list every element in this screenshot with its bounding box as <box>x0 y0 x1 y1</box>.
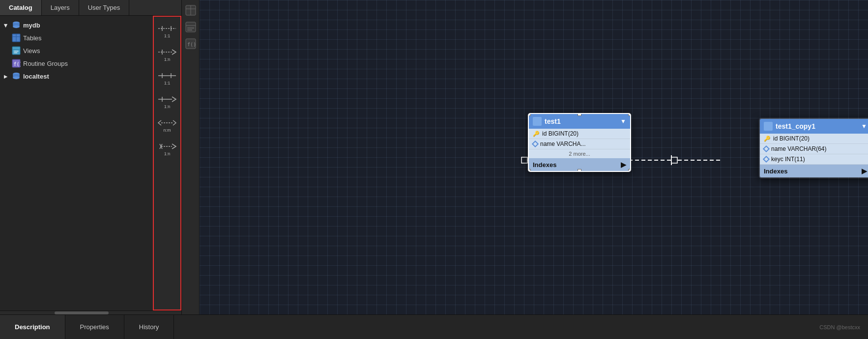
table-test1[interactable]: test1 ▼ 🔑 id BIGINT(20) name VARCHA... 2… <box>528 113 631 172</box>
rel-1-1[interactable]: 1:1 <box>156 20 178 42</box>
rel-1-n-icon <box>157 47 177 57</box>
field-copy1-name: name VARCHAR(64) <box>771 145 826 152</box>
resize-tl[interactable] <box>528 113 531 116</box>
tree-label-mydb: mydb <box>23 22 40 29</box>
key-icon: 🔑 <box>533 131 540 137</box>
tool-view-icon <box>185 22 196 32</box>
rel-n-m-label: n:m <box>163 128 171 133</box>
tool-table-icon <box>185 5 196 16</box>
table-copy1-footer[interactable]: Indexes ▶ <box>760 165 868 177</box>
resize-tm[interactable] <box>578 113 581 116</box>
relationship-panel: 1:1 1:n <box>153 16 181 311</box>
diamond-icon-3 <box>763 156 770 163</box>
sidebar: Catalog Layers User Types ▾ mydb <box>0 0 182 314</box>
routines-icon: f() <box>12 59 21 68</box>
table-test1-row-name: name VARCHA... <box>529 139 630 149</box>
key-icon-2: 🔑 <box>764 136 771 142</box>
rel-1-1-icon <box>157 24 177 33</box>
tool-view[interactable] <box>183 20 198 34</box>
svg-point-2 <box>13 26 20 28</box>
sidebar-tabs: Catalog Layers User Types <box>0 0 181 16</box>
table-copy1-body: 🔑 id BIGINT(20) name VARCHAR(64) keyc IN… <box>760 134 868 165</box>
field-name-id: id BIGINT(20) <box>542 130 579 137</box>
rel-1-n-solid-icon <box>157 94 177 104</box>
table-test1-footer-label: Indexes <box>533 161 556 169</box>
tree-label-tables: Tables <box>23 34 42 42</box>
canvas-area[interactable]: test1 ▼ 🔑 id BIGINT(20) name VARCHA... 2… <box>200 0 868 314</box>
table-copy1-arrow[interactable]: ▼ <box>861 123 867 130</box>
table-copy1-row-keyc: keyc INT(11) <box>760 154 868 165</box>
rel-n-m[interactable]: n:m <box>156 114 178 137</box>
bottom-bar: Description Properties History CSDN @bes… <box>0 314 868 339</box>
svg-point-14 <box>13 77 20 80</box>
table-copy1-footer-arrow: ▶ <box>862 167 867 175</box>
resize-bl[interactable] <box>528 169 531 172</box>
table-test1-arrow[interactable]: ▼ <box>620 118 626 125</box>
svg-rect-45 <box>671 157 677 163</box>
bottom-tab-description[interactable]: Description <box>0 315 65 339</box>
rel-nonid[interactable]: 1:n <box>156 138 178 160</box>
db-icon <box>12 21 21 29</box>
table-test1-footer-arrow: ▶ <box>621 161 626 169</box>
table-test1-row-id: 🔑 id BIGINT(20) <box>529 129 630 139</box>
rel-1-n-solid-label: 1:n <box>164 104 171 109</box>
tab-layers[interactable]: Layers <box>42 0 79 15</box>
tool-table[interactable] <box>183 3 198 18</box>
tree-label-localtest: localtest <box>23 73 49 80</box>
tree-label-routines: Routine Groups <box>23 60 68 67</box>
resize-bm[interactable] <box>578 169 581 172</box>
tree-item-mydb[interactable]: ▾ mydb <box>0 19 153 31</box>
tree-item-tables[interactable]: Tables <box>0 31 153 44</box>
tree-item-localtest[interactable]: ▸ localtest <box>0 70 153 83</box>
resize-br[interactable] <box>628 169 631 172</box>
expand-arrow: ▾ <box>4 22 12 29</box>
rel-n-m-icon <box>157 118 177 128</box>
table-test1-header: test1 ▼ <box>529 114 630 129</box>
field-copy1-keyc: keyc INT(11) <box>771 156 805 163</box>
table-test1-more[interactable]: 2 more... <box>529 149 630 158</box>
tab-user-types[interactable]: User Types <box>79 0 130 15</box>
db-icon-localtest <box>12 72 21 81</box>
table-copy1-header-icon <box>764 122 773 131</box>
rel-1-1-solid[interactable]: 1:1 <box>156 67 178 89</box>
bottom-tabs: Description Properties History <box>0 315 174 339</box>
watermark: CSDN @bestcxx <box>819 324 868 330</box>
tree-label-views: Views <box>23 47 40 55</box>
tool-routine-icon: f() <box>185 38 196 49</box>
table-copy1-name: test1_copy1 <box>776 122 858 130</box>
catalog-tree: ▾ mydb Tables <box>0 16 153 311</box>
toolbar-strip: f() <box>182 0 200 314</box>
rel-1-n-label: 1:n <box>164 57 171 62</box>
svg-text:f(): f() <box>13 61 21 67</box>
field-name-name: name VARCHA... <box>540 141 585 147</box>
rel-1-1-solid-icon <box>157 71 177 81</box>
rel-1-n-solid[interactable]: 1:n <box>156 90 178 113</box>
sidebar-content: ▾ mydb Tables <box>0 16 181 311</box>
bottom-tab-properties[interactable]: Properties <box>65 315 124 339</box>
table-copy1-row-id: 🔑 id BIGINT(20) <box>760 134 868 144</box>
table-test1-body: 🔑 id BIGINT(20) name VARCHA... 2 more... <box>529 129 630 158</box>
resize-tr[interactable] <box>628 113 631 116</box>
rel-nonid-icon <box>157 141 177 151</box>
sidebar-scrollbar-thumb <box>55 311 109 314</box>
diamond-icon <box>532 141 539 147</box>
svg-rect-32 <box>186 22 196 32</box>
rel-1-n[interactable]: 1:n <box>156 43 178 66</box>
svg-text:f(): f() <box>187 42 196 47</box>
tab-catalog[interactable]: Catalog <box>0 0 42 15</box>
rel-1-1-solid-label: 1:1 <box>164 81 171 85</box>
rel-1-1-label: 1:1 <box>164 33 171 38</box>
table-copy1-row-name: name VARCHAR(64) <box>760 144 868 154</box>
field-copy1-id: id BIGINT(20) <box>773 135 810 142</box>
bottom-tab-history[interactable]: History <box>124 315 174 339</box>
sidebar-scrollbar[interactable] <box>0 311 181 314</box>
tables-icon <box>12 33 21 42</box>
table-test1-copy1[interactable]: test1_copy1 ▼ 🔑 id BIGINT(20) name VARCH… <box>759 118 868 178</box>
expand-arrow2: ▸ <box>4 73 12 80</box>
tree-item-routines[interactable]: f() Routine Groups <box>0 57 153 70</box>
tool-routine[interactable]: f() <box>183 36 198 51</box>
tree-item-views[interactable]: Views <box>0 44 153 57</box>
rel-nonid-label: 1:n <box>164 151 171 156</box>
svg-rect-44 <box>521 157 527 163</box>
views-icon <box>12 46 21 55</box>
